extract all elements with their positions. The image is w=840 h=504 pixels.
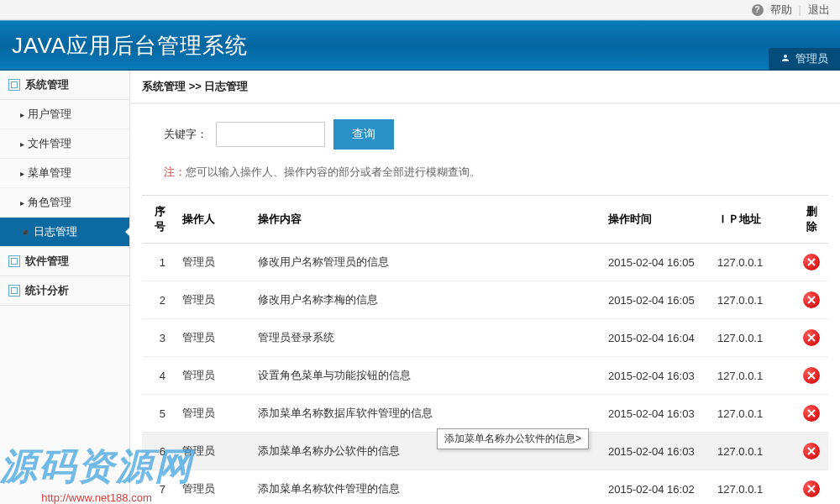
- caret-icon: ▸: [20, 198, 24, 207]
- cell-idx: 5: [142, 395, 176, 433]
- cell-delete: [795, 357, 828, 395]
- cell-operator: 管理员: [176, 470, 251, 505]
- delete-button[interactable]: [803, 367, 820, 384]
- th-ip: ＩＰ地址: [711, 196, 795, 244]
- search-bar: 关键字： 查询: [130, 104, 840, 165]
- cell-content: 添加菜单名称数据库软件管理的信息: [251, 395, 601, 433]
- th-content: 操作内容: [251, 196, 601, 244]
- cell-operator: 管理员: [176, 244, 251, 281]
- user-icon: [780, 53, 790, 66]
- cell-idx: 4: [142, 357, 176, 395]
- sidebar-item[interactable]: ◾日志管理: [0, 218, 129, 247]
- cell-content: 添加菜单名称软件管理的信息: [251, 470, 601, 505]
- tooltip: 添加菜单名称办公软件的信息>: [437, 428, 589, 449]
- divider: |: [799, 3, 801, 16]
- cell-delete: [795, 244, 828, 281]
- table-header-row: 序号 操作人 操作内容 操作时间 ＩＰ地址 删除: [142, 196, 828, 244]
- cell-operator: 管理员: [176, 319, 251, 357]
- caret-icon: ▸: [20, 169, 24, 178]
- cell-operator: 管理员: [176, 281, 251, 319]
- table-row: 3管理员管理员登录系统2015-02-04 16:04127.0.0.1: [142, 319, 828, 357]
- log-table: 序号 操作人 操作内容 操作时间 ＩＰ地址 删除 1管理员修改用户名称管理员的信…: [142, 195, 828, 504]
- cell-content: 修改用户名称李梅的信息: [251, 281, 601, 319]
- cell-time: 2015-02-04 16:02: [601, 470, 711, 505]
- sidebar-item-label: 文件管理: [28, 136, 71, 151]
- group-label: 系统管理: [25, 77, 69, 92]
- table-row: 4管理员设置角色菜单与功能按钮的信息2015-02-04 16:03127.0.…: [142, 357, 828, 395]
- sidebar-item-label: 日志管理: [34, 224, 77, 239]
- group-icon: [8, 285, 20, 297]
- cell-idx: 2: [142, 281, 176, 319]
- th-idx: 序号: [142, 196, 176, 244]
- delete-button[interactable]: [803, 329, 820, 346]
- app-title: JAVA应用后台管理系统: [12, 31, 248, 60]
- delete-button[interactable]: [803, 405, 820, 422]
- cell-delete: [795, 319, 828, 357]
- cell-ip: 127.0.0.1: [711, 281, 795, 319]
- cell-delete: [795, 395, 828, 433]
- table-row: 1管理员修改用户名称管理员的信息2015-02-04 16:05127.0.0.…: [142, 244, 828, 281]
- cell-delete: [795, 470, 828, 505]
- delete-button[interactable]: [803, 443, 820, 459]
- cell-ip: 127.0.0.1: [711, 470, 795, 505]
- sidebar: 系统管理▸用户管理▸文件管理▸菜单管理▸角色管理◾日志管理软件管理统计分析: [0, 71, 130, 504]
- table-row: 5管理员添加菜单名称数据库软件管理的信息2015-02-04 16:03127.…: [142, 395, 828, 433]
- caret-icon: ▸: [20, 139, 24, 149]
- cell-time: 2015-02-04 16:03: [601, 395, 711, 433]
- cell-content: 设置角色菜单与功能按钮的信息: [251, 357, 601, 395]
- sidebar-item-label: 菜单管理: [28, 165, 71, 181]
- caret-icon: ◾: [20, 228, 30, 237]
- cell-time: 2015-02-04 16:04: [601, 319, 711, 357]
- cell-time: 2015-02-04 16:03: [601, 433, 711, 470]
- table-row: 7管理员添加菜单名称软件管理的信息2015-02-04 16:02127.0.0…: [142, 470, 828, 505]
- admin-badge[interactable]: 管理员: [769, 48, 840, 70]
- cell-delete: [795, 281, 828, 319]
- delete-button[interactable]: [803, 480, 820, 497]
- cell-idx: 3: [142, 319, 176, 357]
- sidebar-item[interactable]: ▸文件管理: [0, 129, 129, 159]
- cell-idx: 6: [142, 433, 176, 470]
- group-icon: [8, 255, 20, 267]
- table-row: 2管理员修改用户名称李梅的信息2015-02-04 16:05127.0.0.1: [142, 281, 828, 319]
- cell-ip: 127.0.0.1: [711, 395, 795, 433]
- group-label: 统计分析: [25, 283, 69, 298]
- search-button[interactable]: 查询: [333, 119, 394, 150]
- caret-icon: ▸: [20, 110, 24, 119]
- cell-delete: [795, 433, 828, 470]
- cell-content: 管理员登录系统: [251, 319, 601, 357]
- sidebar-item-label: 角色管理: [28, 195, 71, 210]
- search-input[interactable]: [216, 122, 325, 147]
- sidebar-group[interactable]: 软件管理: [0, 247, 129, 276]
- cell-operator: 管理员: [176, 357, 251, 395]
- breadcrumb-current: 日志管理: [204, 80, 248, 92]
- sidebar-item[interactable]: ▸用户管理: [0, 100, 129, 129]
- cell-ip: 127.0.0.1: [711, 357, 795, 395]
- cell-ip: 127.0.0.1: [711, 244, 795, 281]
- cell-idx: 1: [142, 244, 176, 281]
- search-label: 关键字：: [164, 127, 207, 142]
- sidebar-group[interactable]: 统计分析: [0, 276, 129, 306]
- help-icon: ?: [752, 4, 764, 16]
- sidebar-item-label: 用户管理: [28, 107, 71, 122]
- cell-time: 2015-02-04 16:05: [601, 244, 711, 281]
- admin-label: 管理员: [795, 51, 828, 66]
- sidebar-group[interactable]: 系统管理: [0, 71, 129, 100]
- help-link[interactable]: 帮助: [770, 3, 792, 18]
- sidebar-item[interactable]: ▸菜单管理: [0, 159, 129, 188]
- th-operator: 操作人: [176, 196, 251, 244]
- cell-operator: 管理员: [176, 395, 251, 433]
- th-delete: 删除: [795, 196, 828, 244]
- sidebar-item[interactable]: ▸角色管理: [0, 188, 129, 218]
- cell-content: 修改用户名称管理员的信息: [251, 244, 601, 281]
- cell-ip: 127.0.0.1: [711, 433, 795, 470]
- logout-link[interactable]: 退出: [808, 3, 830, 18]
- delete-button[interactable]: [803, 254, 820, 270]
- cell-time: 2015-02-04 16:03: [601, 357, 711, 395]
- cell-idx: 7: [142, 470, 176, 505]
- search-note: 注：您可以输入操作人、操作内容的部分或者全部进行模糊查询。: [130, 165, 840, 195]
- breadcrumb: 系统管理 >> 日志管理: [130, 71, 840, 104]
- delete-button[interactable]: [803, 291, 820, 308]
- group-icon: [8, 79, 20, 91]
- th-time: 操作时间: [601, 196, 711, 244]
- cell-time: 2015-02-04 16:05: [601, 281, 711, 319]
